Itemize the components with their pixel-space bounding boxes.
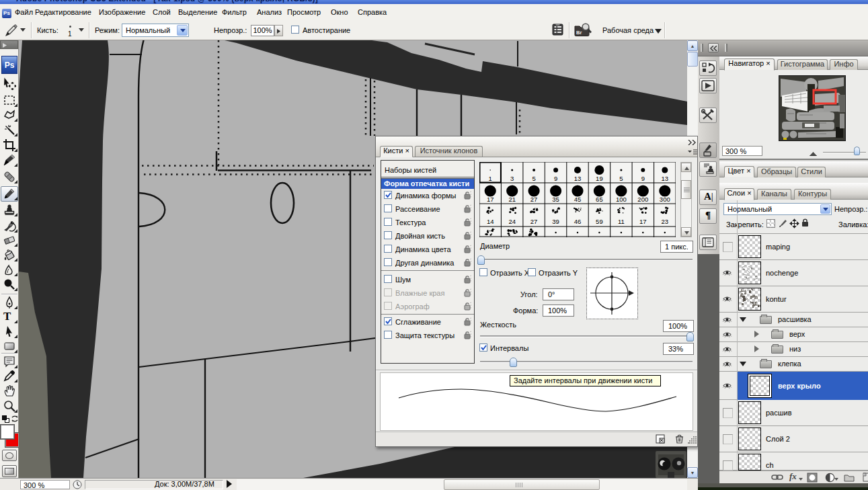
- svg-text:3: 3: [510, 175, 514, 182]
- svg-text:45: 45: [574, 196, 582, 203]
- svg-text:27: 27: [530, 218, 538, 225]
- svg-text:100: 100: [616, 196, 627, 203]
- svg-text:14: 14: [487, 218, 494, 225]
- svg-text:65: 65: [596, 196, 603, 203]
- svg-text:23: 23: [662, 218, 669, 225]
- svg-text:200: 200: [637, 196, 648, 203]
- svg-text:24: 24: [508, 218, 516, 225]
- svg-text:17: 17: [639, 218, 647, 225]
- svg-text:13: 13: [662, 175, 669, 182]
- svg-text:17: 17: [487, 196, 494, 203]
- svg-text:300: 300: [660, 196, 670, 203]
- svg-text:1: 1: [489, 175, 492, 182]
- svg-text:9: 9: [641, 175, 645, 182]
- svg-text:27: 27: [530, 196, 538, 203]
- svg-text:59: 59: [596, 218, 603, 225]
- svg-text:21: 21: [508, 196, 516, 203]
- svg-text:11: 11: [618, 218, 625, 225]
- svg-text:5: 5: [532, 175, 535, 182]
- svg-text:39: 39: [552, 218, 559, 225]
- svg-text:19: 19: [596, 175, 603, 182]
- svg-text:46: 46: [574, 218, 582, 225]
- svg-text:5: 5: [619, 175, 623, 182]
- svg-text:13: 13: [574, 175, 582, 182]
- svg-text:35: 35: [552, 196, 559, 203]
- svg-text:9: 9: [554, 175, 557, 182]
